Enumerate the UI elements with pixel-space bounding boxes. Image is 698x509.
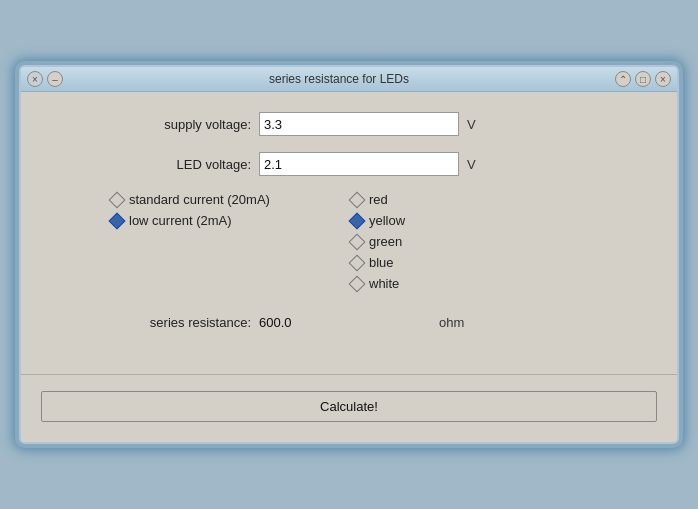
calculate-button[interactable]: Calculate!	[41, 391, 657, 422]
divider	[21, 374, 677, 375]
radio-label-white: white	[369, 276, 399, 291]
radio-label-red: red	[369, 192, 388, 207]
radio-label-low: low current (2mA)	[129, 213, 232, 228]
color-options-col: red yellow green blue white	[331, 192, 405, 291]
supply-voltage-row: supply voltage: V	[51, 112, 647, 136]
supply-voltage-unit: V	[467, 117, 476, 132]
form-content: supply voltage: V LED voltage: V standar…	[21, 92, 677, 374]
result-unit: ohm	[439, 315, 464, 330]
radio-label-blue: blue	[369, 255, 394, 270]
radio-red[interactable]: red	[351, 192, 405, 207]
radio-yellow[interactable]: yellow	[351, 213, 405, 228]
radio-diamond-red	[349, 191, 366, 208]
radio-diamond-standard	[109, 191, 126, 208]
radio-diamond-white	[349, 275, 366, 292]
radio-diamond-low	[109, 212, 126, 229]
minimize-button[interactable]: –	[47, 71, 63, 87]
radio-diamond-green	[349, 233, 366, 250]
radio-label-yellow: yellow	[369, 213, 405, 228]
window-title: series resistance for LEDs	[63, 72, 615, 86]
supply-voltage-input[interactable]	[259, 112, 459, 136]
options-section: standard current (20mA) low current (2mA…	[51, 192, 647, 291]
led-voltage-label: LED voltage:	[51, 157, 251, 172]
radio-label-green: green	[369, 234, 402, 249]
maximize-button[interactable]: □	[635, 71, 651, 87]
main-window: × – series resistance for LEDs ⌃ □ × sup…	[19, 65, 679, 444]
radio-diamond-yellow	[349, 212, 366, 229]
radio-diamond-blue	[349, 254, 366, 271]
supply-voltage-label: supply voltage:	[51, 117, 251, 132]
title-bar-left: × –	[27, 71, 63, 87]
result-row: series resistance: 600.0 ohm	[51, 315, 647, 330]
close-button-right[interactable]: ×	[655, 71, 671, 87]
radio-label-standard: standard current (20mA)	[129, 192, 270, 207]
title-bar: × – series resistance for LEDs ⌃ □ ×	[21, 67, 677, 92]
result-value: 600.0	[259, 315, 359, 330]
led-voltage-row: LED voltage: V	[51, 152, 647, 176]
rollup-button[interactable]: ⌃	[615, 71, 631, 87]
led-voltage-input[interactable]	[259, 152, 459, 176]
radio-low-current[interactable]: low current (2mA)	[111, 213, 331, 228]
title-bar-right: ⌃ □ ×	[615, 71, 671, 87]
current-options-col: standard current (20mA) low current (2mA…	[51, 192, 331, 291]
radio-blue[interactable]: blue	[351, 255, 405, 270]
result-label: series resistance:	[51, 315, 251, 330]
footer: Calculate!	[21, 391, 677, 442]
radio-white[interactable]: white	[351, 276, 405, 291]
led-voltage-unit: V	[467, 157, 476, 172]
radio-standard-current[interactable]: standard current (20mA)	[111, 192, 331, 207]
close-button[interactable]: ×	[27, 71, 43, 87]
radio-green[interactable]: green	[351, 234, 405, 249]
